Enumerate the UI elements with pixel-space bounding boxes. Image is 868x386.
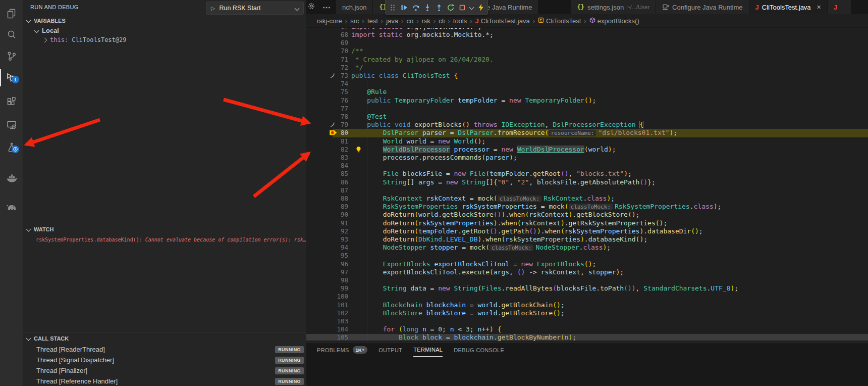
stop-icon[interactable] — [457, 2, 467, 13]
line-number: 95 — [321, 252, 348, 260]
chevron-down-icon — [26, 227, 31, 232]
breadcrumb-item[interactable]: rskj-core — [317, 17, 342, 25]
stop-options-chevron-icon[interactable] — [468, 2, 474, 13]
tab-partial[interactable]: J — [828, 0, 851, 14]
code-line-100[interactable]: 100 — [306, 293, 868, 301]
hot-code-replace-icon[interactable] — [475, 2, 486, 13]
code-line-76[interactable]: 76 public TemporaryFolder tempFolder = n… — [306, 96, 868, 105]
breadcrumb-item[interactable]: test — [367, 17, 378, 25]
code-line-87[interactable]: 87 — [306, 186, 868, 195]
code-line-104[interactable]: 104 for (long n = 0; n < 3; n++) { — [306, 325, 868, 334]
watch-expression-row[interactable]: rskSystemProperties.databaseKind(): Cann… — [36, 237, 311, 243]
remote-explorer-icon[interactable] — [0, 117, 23, 132]
variable-this[interactable]: this: CliToolsTest@29 — [43, 36, 127, 43]
tab-configure-java-runtime[interactable]: Configure Java Runtime — [656, 0, 749, 14]
continue-icon[interactable] — [399, 2, 409, 13]
code-line-103[interactable]: 103 — [306, 317, 868, 326]
extensions-icon[interactable] — [0, 94, 23, 110]
search-icon[interactable] — [0, 27, 23, 42]
code-line-69[interactable]: 69 — [306, 39, 868, 47]
breadcrumb-item[interactable]: rsk — [421, 17, 430, 25]
step-over-icon[interactable] — [410, 2, 421, 13]
thread-row[interactable]: Thread [Signal Dispatcher]RUNNING — [23, 355, 306, 365]
code-line-97[interactable]: 97 exportBlocksCliTool.execute(args, () … — [306, 268, 868, 277]
code-line-70[interactable]: 70/** — [306, 47, 868, 56]
code-line-88[interactable]: 88 RskContext rskContext = mock(classToM… — [306, 195, 868, 203]
launch-config-dropdown[interactable]: ▷ Run RSK Start — [206, 2, 304, 15]
code-line-99[interactable]: 99 String data = new String(Files.readAl… — [306, 284, 868, 293]
breadcrumb-item[interactable]: JCliToolsTest.java — [475, 17, 530, 25]
tab-nch-json[interactable]: nch.json — [336, 0, 373, 14]
code-line-84[interactable]: 84 — [306, 162, 868, 170]
code-line-92[interactable]: 92 doReturn(tempFolder.getRoot().getPath… — [306, 227, 868, 236]
breadcrumb-item[interactable]: cli — [439, 17, 445, 25]
breadcrumb-item[interactable]: co — [406, 17, 413, 25]
code-line-90[interactable]: 90 doReturn(world.getBlockStore()).when(… — [306, 211, 868, 219]
activity-bar: 1 — [0, 0, 23, 386]
code-line-80[interactable]: 80 DslParser parser = DslParser.fromReso… — [306, 129, 868, 137]
code-line-93[interactable]: 93 doReturn(DbKind.LEVEL_DB).when(rskSys… — [306, 235, 868, 244]
code-text: public class CliToolsTest { — [351, 72, 458, 80]
step-out-icon[interactable] — [433, 2, 444, 13]
tab-clitoolstest-java[interactable]: JCliToolsTest.java× — [749, 0, 828, 14]
breadcrumb-label: rsk — [421, 17, 430, 25]
code-line-102[interactable]: 102 BlockStore blockStore = world.getBlo… — [306, 309, 868, 318]
breadcrumb-item[interactable]: tools — [453, 17, 467, 25]
code-line-85[interactable]: 85 File blocksFile = new File(tempFolder… — [306, 170, 868, 178]
source-control-icon[interactable] — [0, 49, 23, 64]
code-line-96[interactable]: 96 ExportBlocks exportBlocksCliTool = ne… — [306, 260, 868, 269]
code-editor[interactable]: 67import static org.junit.Assert.*;68imp… — [306, 28, 868, 343]
line-number: 80 — [321, 129, 348, 137]
thread-name: Thread [ReaderThread] — [36, 346, 105, 353]
gear-icon[interactable] — [307, 2, 315, 12]
thread-row[interactable]: Thread [ReaderThread]RUNNING — [23, 344, 306, 355]
call-stack-section-header[interactable]: CALL STACK — [23, 333, 306, 343]
explorer-icon[interactable] — [0, 6, 23, 21]
code-line-73[interactable]: )73public class CliToolsTest { — [306, 72, 868, 80]
code-line-95[interactable]: 95 — [306, 252, 868, 260]
variables-section-header[interactable]: VARIABLES — [23, 16, 306, 25]
line-number: 86 — [321, 178, 348, 186]
code-line-89[interactable]: 89 RskSystemProperties rskSystemProperti… — [306, 203, 868, 211]
start-debug-icon[interactable]: ▷ — [211, 5, 215, 12]
panel-tab-debug-console[interactable]: DEBUG CONSOLE — [454, 344, 504, 357]
step-into-icon[interactable] — [422, 2, 432, 13]
panel-tab-terminal[interactable]: TERMINAL — [413, 343, 443, 357]
watch-section-header[interactable]: WATCH — [23, 224, 306, 234]
tab-settings-json[interactable]: {}settings.json~/.../User — [571, 0, 656, 14]
docker-whale-icon[interactable] — [0, 171, 23, 186]
code-line-71[interactable]: 71 * Created by ajlopez on 26/04/2020. — [306, 56, 868, 64]
panel-tab-problems[interactable]: PROBLEMS1K+ — [317, 344, 367, 357]
code-line-72[interactable]: 72 */ — [306, 64, 868, 72]
horizontal-scrollbar[interactable] — [306, 334, 868, 341]
breadcrumb-item[interactable]: exportBlocks() — [589, 17, 639, 25]
code-line-81[interactable]: 81 World world = new World(); — [306, 137, 868, 146]
gradle-elephant-icon[interactable] — [0, 200, 23, 215]
breadcrumb-item[interactable]: src — [350, 17, 359, 25]
code-line-94[interactable]: 94 NodeStopper stopper = mock(classToMoc… — [306, 244, 868, 252]
code-line-91[interactable]: 91 doReturn(rskSystemProperties).when(rs… — [306, 219, 868, 228]
more-actions-icon[interactable]: ⋯ — [322, 3, 331, 12]
code-line-77[interactable]: 77 — [306, 105, 868, 113]
variables-scope-local[interactable]: Local — [35, 27, 59, 34]
thread-row[interactable]: Thread [Finalizer]RUNNING — [23, 365, 306, 376]
code-line-82[interactable]: 82 WorldDslProcessor processor = new Wor… — [306, 146, 868, 154]
close-icon[interactable]: × — [817, 3, 821, 11]
code-line-78[interactable]: 78 @Test — [306, 113, 868, 121]
code-line-83[interactable]: 83 processor.processCommands(parser); — [306, 154, 868, 162]
code-line-68[interactable]: 68import static org.mockito.Mockito.*; — [306, 31, 868, 39]
code-line-98[interactable]: 98 — [306, 276, 868, 285]
code-line-86[interactable]: 86 String[] args = new String[]{"0", "2"… — [306, 178, 868, 187]
code-text: WorldDslProcessor processor = new WorldD… — [351, 146, 616, 154]
toolbar-drag-handle[interactable] — [387, 2, 398, 13]
panel-tab-output[interactable]: OUTPUT — [378, 344, 402, 357]
code-line-75[interactable]: 75 @Rule — [306, 88, 868, 96]
restart-icon[interactable] — [445, 2, 456, 13]
code-line-79[interactable]: )79 public void exportBlocks() throws IO… — [306, 121, 868, 129]
thread-row[interactable]: Thread [Reference Handler]RUNNING — [23, 376, 306, 386]
method-symbol-icon — [589, 17, 595, 25]
breadcrumb-item[interactable]: java — [386, 17, 398, 25]
breadcrumb-item[interactable]: CliToolsTest — [538, 17, 581, 25]
code-line-101[interactable]: 101 Blockchain blockchain = world.getBlo… — [306, 301, 868, 310]
code-line-74[interactable]: 74 — [306, 80, 868, 88]
